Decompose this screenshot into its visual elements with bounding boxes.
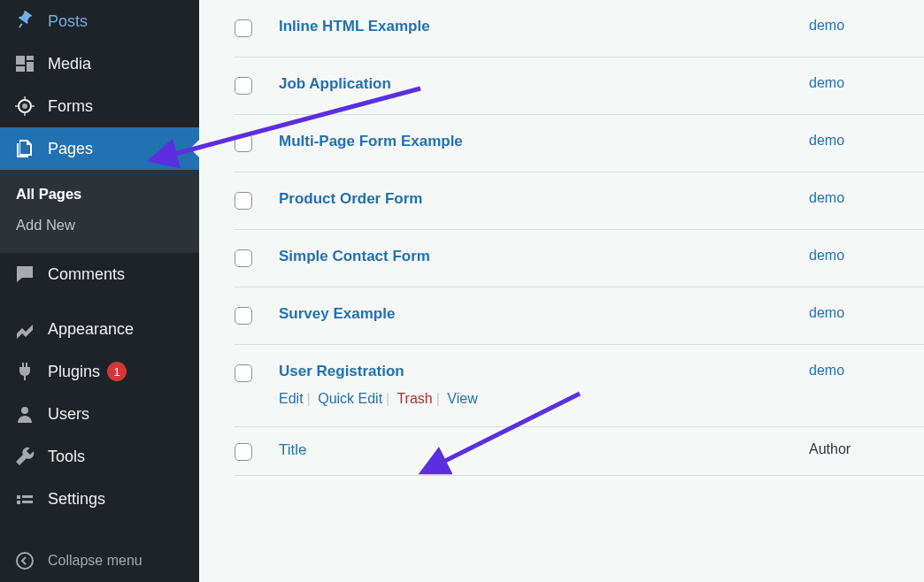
sidebar-item-label: Media <box>48 55 91 73</box>
author-link[interactable]: demo <box>809 248 844 263</box>
collapse-icon <box>14 550 35 571</box>
sidebar-item-pages[interactable]: Pages <box>0 127 199 170</box>
plugin-update-badge: 1 <box>107 362 127 381</box>
svg-rect-4 <box>15 105 18 107</box>
action-trash[interactable]: Trash <box>397 391 432 406</box>
page-title-link[interactable]: Job Application <box>279 75 391 92</box>
sidebar-item-label: Users <box>48 405 89 424</box>
sidebar-item-label: Forms <box>48 97 93 116</box>
svg-rect-7 <box>17 495 20 499</box>
svg-point-11 <box>17 553 33 569</box>
sidebar-item-posts[interactable]: Posts <box>0 0 199 42</box>
action-view[interactable]: View <box>447 391 477 406</box>
sidebar-item-label: Tools <box>48 448 85 466</box>
select-row-checkbox[interactable] <box>235 249 252 267</box>
collapse-label: Collapse menu <box>48 553 142 569</box>
page-title-link[interactable]: Survey Example <box>279 305 395 322</box>
submenu-item-all-pages[interactable]: All Pages <box>0 179 199 210</box>
select-row-checkbox[interactable] <box>235 307 252 325</box>
sidebar-submenu-pages: All Pages Add New <box>0 170 199 253</box>
svg-rect-2 <box>24 96 26 99</box>
sidebar-item-appearance[interactable]: Appearance <box>0 308 199 350</box>
column-header-author[interactable]: Author <box>809 441 851 456</box>
page-title-link[interactable]: Simple Contact Form <box>279 248 430 264</box>
select-row-checkbox[interactable] <box>235 19 252 37</box>
author-link[interactable]: demo <box>809 133 844 148</box>
row-actions: Edit| Quick Edit| Trash| View <box>279 391 809 407</box>
appearance-icon <box>14 318 35 340</box>
sidebar-item-comments[interactable]: Comments <box>0 253 199 295</box>
column-header-title[interactable]: Title <box>279 441 307 458</box>
page-title-link[interactable]: Inline HTML Example <box>279 18 430 34</box>
svg-rect-8 <box>17 501 20 504</box>
svg-rect-3 <box>24 113 26 116</box>
page-title-link[interactable]: User Registration <box>279 363 404 379</box>
select-row-checkbox[interactable] <box>235 77 252 95</box>
sidebar-item-label: Posts <box>48 12 88 31</box>
collapse-menu-button[interactable]: Collapse menu <box>0 540 199 582</box>
svg-point-1 <box>22 103 27 109</box>
submenu-item-add-new[interactable]: Add New <box>0 210 199 241</box>
author-link[interactable]: demo <box>809 18 844 33</box>
tools-icon <box>14 446 35 467</box>
sidebar-item-tools[interactable]: Tools <box>0 435 199 478</box>
action-quick-edit[interactable]: Quick Edit <box>318 391 382 406</box>
sidebar-item-label: Plugins <box>48 363 100 381</box>
table-row: Product Order Form demo <box>235 172 924 230</box>
author-link[interactable]: demo <box>809 190 844 205</box>
sidebar-item-label: Settings <box>48 490 105 509</box>
select-row-checkbox[interactable] <box>235 134 252 152</box>
settings-icon <box>14 488 35 509</box>
author-link[interactable]: demo <box>809 305 844 320</box>
table-row: Simple Contact Form demo <box>235 230 924 287</box>
comments-icon <box>14 264 35 285</box>
sidebar-item-settings[interactable]: Settings <box>0 478 199 520</box>
users-icon <box>14 403 35 425</box>
svg-rect-5 <box>32 105 35 107</box>
table-row: Survey Example demo <box>235 287 924 345</box>
svg-rect-9 <box>22 495 33 498</box>
svg-point-6 <box>21 407 28 414</box>
main-content: Inline HTML Example demo Job Application… <box>199 0 924 582</box>
sidebar-item-media[interactable]: Media <box>0 42 199 85</box>
forms-icon <box>14 96 35 117</box>
page-title-link[interactable]: Multi-Page Form Example <box>279 133 463 149</box>
plugins-icon <box>14 361 35 382</box>
pin-icon <box>14 11 35 32</box>
svg-rect-10 <box>22 501 33 503</box>
select-row-checkbox[interactable] <box>235 192 252 210</box>
sidebar-item-label: Comments <box>48 265 125 284</box>
sidebar-item-label: Appearance <box>48 320 134 339</box>
select-row-checkbox[interactable] <box>235 364 252 382</box>
author-link[interactable]: demo <box>809 363 844 378</box>
admin-sidebar: Posts Media Forms Pages All Pages Add Ne… <box>0 0 199 582</box>
table-footer-row: Title Author <box>235 427 924 476</box>
page-title-link[interactable]: Product Order Form <box>279 190 422 207</box>
author-link[interactable]: demo <box>809 75 844 90</box>
pages-icon <box>14 138 35 159</box>
table-row: Multi-Page Form Example demo <box>235 115 924 172</box>
sidebar-item-forms[interactable]: Forms <box>0 85 199 127</box>
sidebar-separator <box>0 295 199 308</box>
sidebar-item-label: Pages <box>48 140 93 158</box>
sidebar-item-plugins[interactable]: Plugins 1 <box>0 350 199 393</box>
table-row: User Registration Edit| Quick Edit| Tras… <box>235 345 924 427</box>
table-row: Job Application demo <box>235 57 924 115</box>
select-all-checkbox[interactable] <box>235 443 252 461</box>
sidebar-item-users[interactable]: Users <box>0 393 199 435</box>
table-row: Inline HTML Example demo <box>235 0 924 57</box>
media-icon <box>14 53 35 74</box>
action-edit[interactable]: Edit <box>279 391 304 406</box>
